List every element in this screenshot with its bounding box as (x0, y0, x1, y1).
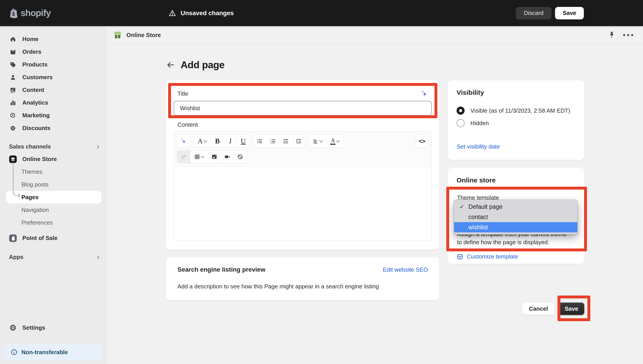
gear-icon: ⚙ (9, 324, 17, 332)
edit-website-seo-link[interactable]: Edit website SEO (383, 266, 428, 273)
link-icon (177, 150, 190, 163)
customize-template-link[interactable]: Customize template (457, 253, 518, 260)
non-transferable-banner[interactable]: Non-transferable (5, 344, 103, 360)
pin-icon[interactable] (608, 31, 615, 39)
unsaved-changes-status: Unsaved changes (169, 9, 234, 17)
image-file-icon (9, 87, 17, 94)
form-actions: Cancel Save (448, 302, 584, 315)
sidebar-item-point-of-sale[interactable]: Point of Sale (0, 232, 107, 244)
seo-description: Add a description to see how this Page m… (177, 283, 432, 290)
dropdown-option-wishlist[interactable]: wishlist (454, 222, 577, 232)
insert-table-button[interactable] (190, 150, 208, 163)
sidebar-item-customers[interactable]: Customers (0, 71, 107, 84)
svg-text:3: 3 (270, 142, 271, 144)
radio-selected-icon[interactable] (457, 106, 465, 115)
ai-assist-button[interactable] (177, 135, 190, 148)
sidebar-item-analytics[interactable]: Analytics (0, 96, 107, 109)
code-view-button[interactable]: <> (416, 135, 428, 148)
chevron-right-icon (96, 145, 99, 148)
point-of-sale-icon (9, 234, 17, 242)
sidebar-item-themes[interactable]: Themes (0, 166, 107, 178)
chevron-right-icon (96, 256, 99, 259)
editor-content-area[interactable] (174, 166, 432, 240)
italic-button[interactable]: I (224, 135, 237, 148)
ai-sparkle-icon[interactable] (420, 90, 428, 98)
bar-chart-icon (9, 100, 17, 106)
breadcrumb[interactable]: Online Store (126, 32, 161, 38)
sidebar-item-products[interactable]: Products (0, 58, 107, 71)
chevron-down-icon (337, 139, 340, 142)
page-title: Add page (181, 59, 224, 70)
sidebar: Home Orders Products Customers Content (0, 26, 107, 364)
topbar: shopify Unsaved changes Discard Save (0, 0, 643, 26)
visibility-heading: Visibility (457, 89, 575, 96)
visibility-card: Visibility Visible (as of 11/3/2023, 2:5… (448, 80, 584, 160)
context-bar: Online Store (107, 26, 643, 44)
numbered-list-icon[interactable]: 123 (266, 135, 279, 148)
apps-header[interactable]: Apps (0, 251, 107, 263)
chevron-down-icon (203, 139, 207, 142)
discard-button[interactable]: Discard (516, 7, 551, 20)
tag-icon (9, 61, 17, 68)
seo-card: Search engine listing preview Edit websi… (166, 257, 439, 300)
outdent-icon[interactable] (279, 135, 292, 148)
dropdown-option-default-page[interactable]: ✓ Default page (454, 202, 577, 212)
sidebar-item-discounts[interactable]: Discounts (0, 122, 107, 134)
set-visibility-date-link[interactable]: Set visibility date (457, 143, 500, 150)
sidebar-item-pages[interactable]: Pages (6, 191, 102, 204)
online-store-green-icon (113, 30, 122, 40)
person-icon (9, 74, 17, 81)
back-arrow-button[interactable] (166, 61, 175, 69)
save-button[interactable]: Save (559, 302, 584, 315)
sidebar-item-home[interactable]: Home (0, 33, 107, 46)
main-area: Online Store Add page Title (107, 26, 643, 364)
sidebar-item-orders[interactable]: Orders (0, 46, 107, 58)
brand-wordmark: shopify (21, 8, 51, 18)
radio-unselected-icon[interactable] (457, 119, 465, 127)
sidebar-item-marketing[interactable]: Marketing (0, 109, 107, 122)
insert-video-button[interactable] (221, 150, 233, 163)
home-icon (9, 36, 17, 42)
underline-button[interactable]: U (237, 135, 250, 148)
template-layout-icon (457, 253, 463, 260)
sidebar-item-blog-posts[interactable]: Blog posts (0, 178, 107, 191)
editor-toolbar: A B I U 123 (174, 132, 432, 166)
sales-channels-header[interactable]: Sales channels (0, 140, 107, 153)
clear-formatting-button[interactable] (233, 150, 246, 163)
sidebar-item-preferences[interactable]: Preferences (0, 216, 107, 229)
rich-text-editor: A B I U 123 (174, 131, 432, 241)
sidebar-item-navigation[interactable]: Navigation (0, 204, 107, 216)
dropdown-option-contact[interactable]: contact (454, 212, 577, 222)
shopify-logo[interactable]: shopify (9, 8, 51, 18)
warning-icon (169, 9, 176, 17)
sidebar-item-online-store[interactable]: Online Store (0, 153, 107, 166)
topbar-save-button[interactable]: Save (555, 7, 584, 20)
more-options-button[interactable] (623, 34, 633, 36)
text-color-button[interactable]: A (326, 135, 343, 148)
info-icon (11, 349, 18, 356)
target-icon (9, 112, 17, 119)
online-store-icon (9, 156, 17, 163)
shopify-bag-icon (9, 8, 18, 18)
cancel-button[interactable]: Cancel (522, 302, 555, 315)
online-store-card: Online store Theme template Assign a tem… (448, 168, 584, 264)
discount-badge-icon (9, 125, 17, 132)
hidden-radio-option[interactable]: Hidden (457, 119, 575, 127)
page-details-card: Title Content (166, 80, 439, 250)
indent-icon[interactable] (292, 135, 305, 148)
chevron-down-icon (201, 154, 204, 158)
text-style-button[interactable]: A (193, 135, 211, 148)
title-label: Title (177, 90, 188, 97)
bulleted-list-icon[interactable] (253, 135, 266, 148)
bold-button[interactable]: B (211, 135, 224, 148)
visible-radio-option[interactable]: Visible (as of 11/3/2023, 2:58 AM EDT) (457, 106, 575, 115)
alignment-button[interactable] (308, 135, 326, 148)
sidebar-item-settings[interactable]: ⚙ Settings (0, 322, 107, 334)
seo-heading: Search engine listing preview (177, 266, 265, 273)
sidebar-item-content[interactable]: Content (0, 84, 107, 96)
template-help-line2: to define how the page is displayed. (457, 239, 549, 246)
insert-image-button[interactable] (208, 150, 221, 163)
theme-template-dropdown: ✓ Default page contact wishlist (454, 200, 578, 234)
orders-icon (9, 48, 17, 55)
title-input[interactable] (174, 101, 432, 116)
